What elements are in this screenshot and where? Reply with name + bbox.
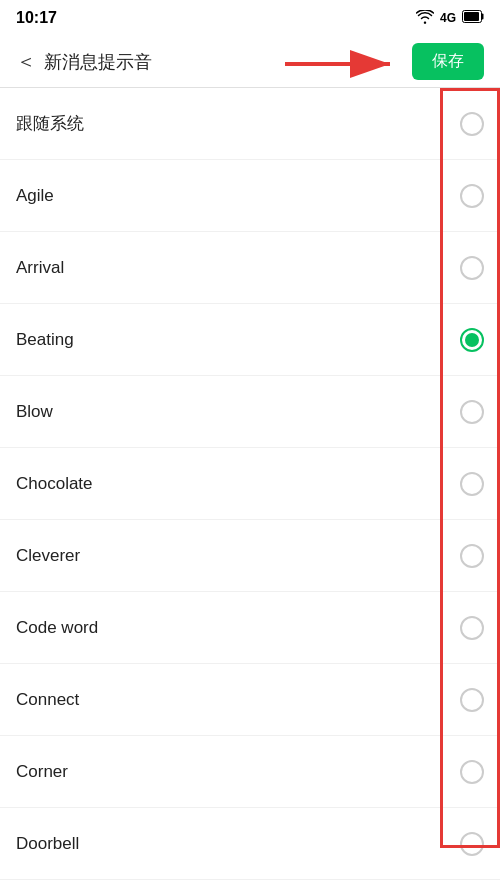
list-item[interactable]: Connect xyxy=(0,664,500,736)
radio-button[interactable] xyxy=(460,832,484,856)
radio-button[interactable] xyxy=(460,760,484,784)
radio-button[interactable] xyxy=(460,328,484,352)
status-icons: 4G xyxy=(416,9,484,27)
radio-button[interactable] xyxy=(460,544,484,568)
back-button[interactable]: ＜ xyxy=(16,48,36,75)
list-item[interactable]: Cleverer xyxy=(0,520,500,592)
battery-icon xyxy=(462,9,484,27)
item-label: Blow xyxy=(16,402,53,422)
status-bar: 10:17 4G xyxy=(0,0,500,36)
radio-button[interactable] xyxy=(460,472,484,496)
svg-rect-1 xyxy=(464,12,479,21)
wifi-icon xyxy=(416,10,434,27)
item-label: Chocolate xyxy=(16,474,93,494)
page-title: 新消息提示音 xyxy=(44,50,152,74)
radio-button[interactable] xyxy=(460,616,484,640)
list-item[interactable]: Arrival xyxy=(0,232,500,304)
header-left: ＜ 新消息提示音 xyxy=(16,48,152,75)
item-label: Agile xyxy=(16,186,54,206)
list-item[interactable]: Chocolate xyxy=(0,448,500,520)
radio-button[interactable] xyxy=(460,400,484,424)
list-item[interactable]: Beating xyxy=(0,304,500,376)
item-label: Doorbell xyxy=(16,834,79,854)
arrow-indicator xyxy=(285,44,405,84)
item-label: Code word xyxy=(16,618,98,638)
item-label: Cleverer xyxy=(16,546,80,566)
list-item[interactable]: Doorbell xyxy=(0,808,500,880)
radio-button[interactable] xyxy=(460,112,484,136)
header: ＜ 新消息提示音 保存 xyxy=(0,36,500,88)
status-time: 10:17 xyxy=(16,9,57,27)
item-label: Beating xyxy=(16,330,74,350)
save-button[interactable]: 保存 xyxy=(412,43,484,80)
list-item[interactable]: Agile xyxy=(0,160,500,232)
list-item[interactable]: Blow xyxy=(0,376,500,448)
item-label: Corner xyxy=(16,762,68,782)
network-type: 4G xyxy=(440,11,456,25)
list-container: 跟随系统AgileArrivalBeatingBlowChocolateClev… xyxy=(0,88,500,889)
radio-button[interactable] xyxy=(460,688,484,712)
item-label: Connect xyxy=(16,690,79,710)
item-label: 跟随系统 xyxy=(16,112,84,135)
item-label: Arrival xyxy=(16,258,64,278)
radio-button[interactable] xyxy=(460,256,484,280)
list-item[interactable]: Corner xyxy=(0,736,500,808)
list-item[interactable]: 跟随系统 xyxy=(0,88,500,160)
list-item[interactable]: Code word xyxy=(0,592,500,664)
radio-button[interactable] xyxy=(460,184,484,208)
